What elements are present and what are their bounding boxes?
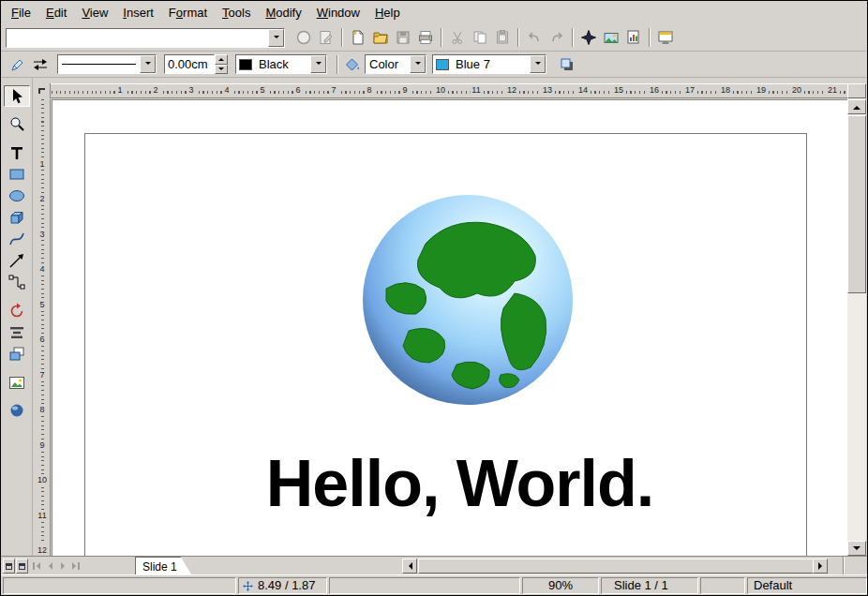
last-slide-button[interactable] bbox=[69, 559, 82, 574]
rotate-tool-icon[interactable] bbox=[4, 300, 30, 321]
select-tool-icon[interactable] bbox=[4, 85, 30, 107]
text-tool-icon[interactable] bbox=[4, 142, 30, 163]
tab-stop-icon bbox=[38, 88, 45, 94]
first-slide-button[interactable] bbox=[30, 559, 43, 574]
horizontal-scrollbar[interactable] bbox=[402, 559, 843, 574]
edit-points-icon[interactable] bbox=[7, 53, 29, 76]
toolbar-separator bbox=[572, 28, 574, 47]
status-empty-panel bbox=[3, 577, 236, 594]
paste-icon[interactable] bbox=[491, 26, 514, 49]
view-mode-button-2[interactable] bbox=[16, 559, 28, 574]
insert-chart-icon[interactable] bbox=[622, 26, 645, 49]
status-page-style[interactable]: Default bbox=[747, 577, 867, 594]
undo-icon[interactable] bbox=[523, 26, 546, 49]
previous-slide-button[interactable] bbox=[43, 559, 56, 574]
globe-image[interactable] bbox=[360, 192, 576, 408]
vruler-number: 8 bbox=[39, 404, 44, 415]
fill-color-dropdown-button[interactable] bbox=[530, 55, 546, 73]
hruler-number: 7 bbox=[329, 85, 337, 95]
hruler-number: 6 bbox=[293, 85, 302, 95]
scroll-up-button[interactable] bbox=[847, 99, 866, 114]
line-width-spinner[interactable]: 0.00cm bbox=[164, 54, 228, 74]
scroll-down-button[interactable] bbox=[847, 541, 866, 556]
spin-up-button[interactable] bbox=[215, 54, 228, 65]
vertical-scroll-thumb[interactable] bbox=[847, 115, 866, 293]
view-mode-button-1[interactable] bbox=[3, 559, 15, 574]
3d-object-tool-icon[interactable] bbox=[4, 206, 30, 228]
presentation-icon[interactable] bbox=[654, 26, 677, 49]
line-width-value[interactable]: 0.00cm bbox=[164, 54, 215, 74]
line-color-dropdown-button[interactable] bbox=[310, 55, 326, 73]
slide-title-text[interactable]: Hello, World. bbox=[85, 451, 806, 516]
chevron-down-icon bbox=[274, 36, 279, 41]
fill-color-swatch bbox=[436, 59, 449, 70]
zoom-tool-icon[interactable] bbox=[4, 112, 30, 134]
open-icon[interactable] bbox=[369, 26, 392, 49]
horizontal-scroll-thumb[interactable] bbox=[418, 559, 826, 574]
alignment-tool-icon[interactable] bbox=[4, 321, 30, 343]
stop-icon[interactable] bbox=[292, 26, 315, 49]
view-mode-icon bbox=[19, 563, 25, 570]
menu-modify[interactable]: Modify bbox=[258, 3, 308, 22]
next-slide-button[interactable] bbox=[56, 559, 69, 574]
slide-page[interactable]: Hello, World. bbox=[84, 133, 807, 556]
gallery-icon[interactable] bbox=[600, 26, 622, 49]
status-position-panel[interactable]: 8.49 / 1.87 bbox=[238, 577, 327, 594]
rectangle-tool-icon[interactable] bbox=[4, 163, 30, 185]
menu-help[interactable]: Help bbox=[367, 3, 408, 22]
line-ends-style-icon[interactable] bbox=[29, 53, 52, 76]
line-color-combo[interactable]: Black bbox=[235, 54, 327, 74]
arrange-tool-icon[interactable] bbox=[4, 343, 30, 365]
save-icon[interactable] bbox=[392, 26, 414, 49]
redo-icon[interactable] bbox=[546, 26, 568, 49]
menu-format[interactable]: Format bbox=[161, 3, 215, 22]
copy-icon[interactable] bbox=[469, 26, 491, 49]
load-url-dropdown-button[interactable] bbox=[268, 29, 284, 47]
fill-style-dropdown-button[interactable] bbox=[410, 55, 426, 73]
hruler-number: 9 bbox=[400, 85, 409, 95]
hruler-number: 12 bbox=[505, 85, 518, 95]
effects-tool-icon[interactable] bbox=[4, 399, 30, 421]
insert-tool-icon[interactable] bbox=[4, 372, 30, 394]
load-url-combo[interactable] bbox=[6, 28, 285, 48]
ruler-corner[interactable] bbox=[34, 83, 51, 98]
connector-tool-icon[interactable] bbox=[4, 271, 30, 292]
menu-edit[interactable]: Edit bbox=[38, 3, 74, 22]
position-icon bbox=[242, 580, 254, 592]
line-color-value: Black bbox=[255, 55, 310, 73]
status-zoom[interactable]: 90% bbox=[522, 577, 599, 594]
new-document-icon[interactable] bbox=[347, 26, 369, 49]
scroll-left-button[interactable] bbox=[402, 559, 417, 574]
ellipse-tool-icon[interactable] bbox=[4, 185, 30, 206]
menu-file[interactable]: File bbox=[4, 3, 38, 22]
fill-style-combo[interactable]: Color bbox=[365, 54, 427, 74]
vertical-ruler[interactable]: 123456789101112 bbox=[35, 99, 51, 556]
line-arrow-tool-icon[interactable] bbox=[4, 249, 30, 271]
menu-view[interactable]: View bbox=[74, 3, 115, 22]
arrow-left-icon bbox=[405, 562, 412, 570]
spin-down-button[interactable] bbox=[215, 65, 228, 75]
fill-color-combo[interactable]: Blue 7 bbox=[432, 54, 546, 74]
scroll-right-button[interactable] bbox=[813, 559, 828, 574]
hruler-number: 17 bbox=[683, 85, 696, 95]
load-url-value[interactable] bbox=[7, 29, 268, 47]
curve-tool-icon[interactable] bbox=[4, 228, 30, 249]
navigator-icon[interactable] bbox=[577, 26, 600, 49]
shadow-icon[interactable] bbox=[556, 53, 578, 76]
print-icon[interactable] bbox=[414, 26, 437, 49]
hruler-number: 18 bbox=[719, 85, 732, 95]
drawing-canvas[interactable]: Hello, World. bbox=[52, 99, 847, 556]
vertical-scrollbar[interactable] bbox=[847, 83, 866, 556]
cut-icon[interactable] bbox=[446, 26, 469, 49]
slide-tab[interactable]: Slide 1 bbox=[135, 557, 192, 575]
menu-insert[interactable]: Insert bbox=[115, 3, 161, 22]
menu-window[interactable]: Window bbox=[309, 3, 367, 22]
fill-style-value: Color bbox=[366, 55, 410, 73]
line-style-dropdown-button[interactable] bbox=[140, 55, 156, 73]
line-style-combo[interactable] bbox=[57, 54, 157, 74]
menu-tools[interactable]: Tools bbox=[215, 3, 258, 22]
scrollbar-corner-button[interactable] bbox=[847, 83, 866, 98]
edit-file-icon[interactable] bbox=[315, 26, 337, 49]
area-style-icon[interactable] bbox=[342, 53, 363, 76]
horizontal-ruler[interactable]: 123456789101112131415161718192021 bbox=[34, 83, 848, 98]
